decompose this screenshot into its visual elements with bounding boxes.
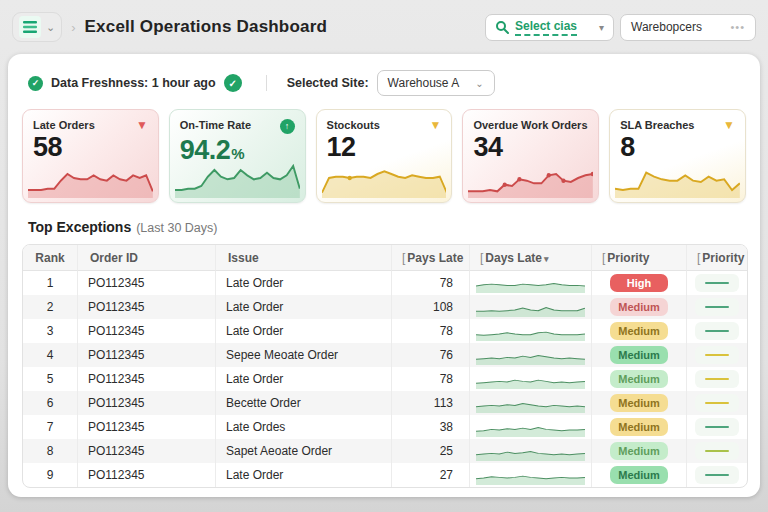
top-bar-actions: Select cias ▾ Warebopcers ••• bbox=[485, 14, 756, 41]
row-sparkline bbox=[476, 466, 585, 485]
table-row[interactable]: 8 PO112345 Sapet Aeoate Order 25 Medium bbox=[23, 439, 747, 463]
trend-dash-pill bbox=[695, 442, 739, 460]
table-row[interactable]: 7 PO112345 Late Ordes 38 Medium bbox=[23, 415, 747, 439]
kpi-card[interactable]: Late Orders ▼ 58 bbox=[22, 109, 159, 203]
days-late-cell: 76 bbox=[391, 343, 469, 367]
column-header[interactable]: Rank bbox=[23, 245, 77, 271]
priority-badge: Medium bbox=[610, 346, 668, 364]
issue-cell: Late Order bbox=[215, 271, 391, 295]
column-header[interactable]: [Priority bbox=[591, 245, 686, 271]
chevron-down-icon[interactable]: ⌄ bbox=[475, 78, 483, 89]
filter-triangle-icon[interactable]: ▼ bbox=[136, 119, 148, 131]
column-header[interactable]: [Pays Late bbox=[391, 245, 469, 271]
trend-dash-pill bbox=[695, 346, 739, 364]
days-late-cell: 78 bbox=[391, 319, 469, 343]
issue-cell: Late Ordes bbox=[215, 415, 391, 439]
top-bar: ⌄ › Excell Operations Dashboard Select c… bbox=[0, 0, 768, 54]
rank-cell: 3 bbox=[23, 319, 77, 343]
trend-dash-icon bbox=[705, 306, 729, 308]
trend-dash-icon bbox=[705, 378, 729, 380]
order-id-cell: PO112345 bbox=[77, 367, 215, 391]
sparkline-cell bbox=[469, 463, 591, 487]
app-menu-button[interactable]: ⌄ bbox=[12, 12, 62, 42]
sparkline-cell bbox=[469, 271, 591, 295]
site-select-value: Warehouse A bbox=[388, 76, 460, 90]
kpi-card[interactable]: Overdue Work Orders 34 bbox=[462, 109, 599, 203]
trend-dash-pill bbox=[695, 322, 739, 340]
filter-triangle-icon[interactable]: ▼ bbox=[723, 119, 735, 131]
status-bar: ✓ Data Freshness: 1 hour ago ✓ Selected … bbox=[22, 68, 746, 96]
trend-cell bbox=[686, 271, 747, 295]
table-row[interactable]: 6 PO112345 Becette Order 113 Medium bbox=[23, 391, 747, 415]
freshness-check-icon: ✓ bbox=[28, 76, 43, 91]
table-row[interactable]: 9 PO112345 Late Order 27 Medium bbox=[23, 463, 747, 487]
order-id-cell: PO112345 bbox=[77, 463, 215, 487]
issue-cell: Becette Order bbox=[215, 391, 391, 415]
exceptions-title: Top Exceptions bbox=[28, 219, 131, 235]
column-header[interactable]: [Priority bbox=[686, 245, 747, 271]
sort-arrow-icon: ▾ bbox=[544, 254, 549, 264]
column-header[interactable]: Order ID bbox=[77, 245, 215, 271]
column-header-label: Days Late bbox=[485, 251, 542, 265]
site-select[interactable]: Warehouse A ⌄ bbox=[377, 70, 495, 96]
kpi-sparkline bbox=[175, 158, 300, 198]
priority-badge: Medium bbox=[610, 442, 668, 460]
row-sparkline bbox=[476, 346, 585, 365]
priority-cell: Medium bbox=[591, 367, 686, 391]
kpi-sparkline bbox=[468, 158, 593, 198]
priority-badge: High bbox=[610, 274, 668, 292]
page-title: Excell Operations Dashboard bbox=[85, 17, 328, 37]
section-title: Top Exceptions(Last 30 Days) bbox=[22, 219, 746, 235]
table-row[interactable]: 4 PO112345 Sepee Meoate Order 76 Medium bbox=[23, 343, 747, 367]
sparkline-cell bbox=[469, 295, 591, 319]
kpi-card[interactable]: SLA Breaches ▼ 8 bbox=[609, 109, 746, 203]
row-sparkline bbox=[476, 370, 585, 389]
order-id-cell: PO112345 bbox=[77, 391, 215, 415]
days-late-cell: 108 bbox=[391, 295, 469, 319]
column-header[interactable]: [Days Late▾ bbox=[469, 245, 591, 271]
trend-cell bbox=[686, 319, 747, 343]
trend-cell bbox=[686, 367, 747, 391]
table-row[interactable]: 5 PO112345 Late Order 78 Medium bbox=[23, 367, 747, 391]
table-header-row: RankOrder IDIssue[Pays Late[Days Late▾[P… bbox=[23, 245, 747, 271]
trend-dash-pill bbox=[695, 274, 739, 292]
table-row[interactable]: 2 PO112345 Late Order 108 Medium bbox=[23, 295, 747, 319]
issue-cell: Sapet Aeoate Order bbox=[215, 439, 391, 463]
days-late-cell: 38 bbox=[391, 415, 469, 439]
sparkline-cell bbox=[469, 415, 591, 439]
sparkline-cell bbox=[469, 439, 591, 463]
issue-cell: Late Order bbox=[215, 367, 391, 391]
class-select-search[interactable]: Select cias ▾ bbox=[485, 14, 614, 41]
trend-dash-icon bbox=[705, 426, 729, 428]
table-row[interactable]: 3 PO112345 Late Order 78 Medium bbox=[23, 319, 747, 343]
column-header-label: Priority bbox=[607, 251, 649, 265]
column-header-label: Rank bbox=[35, 251, 64, 265]
trend-cell bbox=[686, 391, 747, 415]
order-id-cell: PO112345 bbox=[77, 319, 215, 343]
issue-cell: Late Order bbox=[215, 463, 391, 487]
chevron-down-icon[interactable]: ▾ bbox=[599, 22, 604, 33]
sparkline-cell bbox=[469, 391, 591, 415]
sparkline-cell bbox=[469, 343, 591, 367]
issue-cell: Late Order bbox=[215, 295, 391, 319]
kpi-card[interactable]: On-Time Rate ↑ 94.2 % bbox=[169, 109, 306, 203]
kpi-card[interactable]: Stockouts ▼ 12 bbox=[316, 109, 453, 203]
select-class-label[interactable]: Select cias bbox=[515, 19, 577, 36]
verified-check-icon: ✓ bbox=[224, 74, 242, 92]
warehouse-value-box[interactable]: Warebopcers ••• bbox=[620, 14, 756, 41]
table-row[interactable]: 1 PO112345 Late Order 78 High bbox=[23, 271, 747, 295]
chevron-down-icon[interactable]: ⌄ bbox=[46, 22, 55, 33]
column-header[interactable]: Issue bbox=[215, 245, 391, 271]
priority-cell: Medium bbox=[591, 295, 686, 319]
priority-badge: Medium bbox=[610, 370, 668, 388]
trend-dash-icon bbox=[705, 474, 729, 476]
more-options-icon[interactable]: ••• bbox=[730, 21, 745, 33]
row-sparkline bbox=[476, 394, 585, 413]
trend-up-badge-icon[interactable]: ↑ bbox=[280, 119, 295, 134]
filter-triangle-icon[interactable]: ▼ bbox=[430, 119, 442, 131]
order-id-cell: PO112345 bbox=[77, 415, 215, 439]
rank-cell: 7 bbox=[23, 415, 77, 439]
priority-cell: Medium bbox=[591, 415, 686, 439]
row-sparkline bbox=[476, 274, 585, 293]
priority-cell: Medium bbox=[591, 439, 686, 463]
